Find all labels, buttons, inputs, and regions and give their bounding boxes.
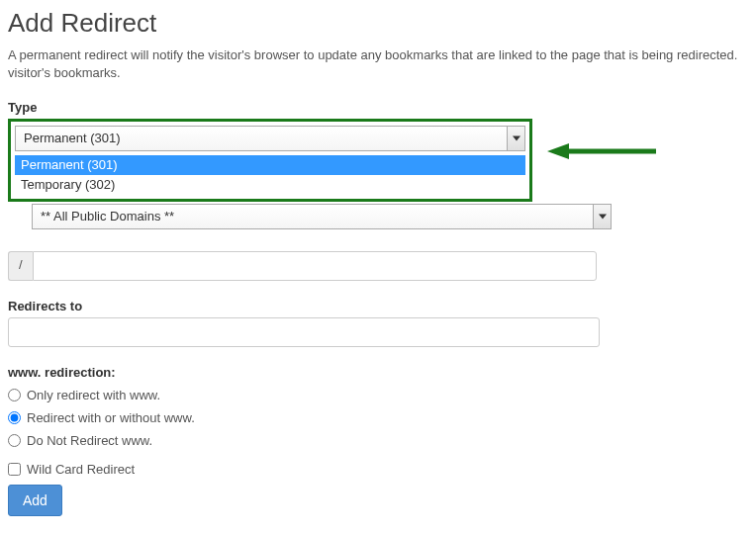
type-option-temporary[interactable]: Temporary (302) xyxy=(15,175,525,195)
wildcard-label: Wild Card Redirect xyxy=(27,462,135,477)
www-radio-none[interactable]: Do Not Redirect www. xyxy=(8,433,748,448)
add-button[interactable]: Add xyxy=(8,485,62,516)
svg-marker-3 xyxy=(599,215,607,220)
www-redirection-label: www. redirection: xyxy=(8,365,748,380)
type-select[interactable]: Permanent (301) xyxy=(15,126,525,151)
chevron-down-icon xyxy=(593,205,611,228)
www-radio-only[interactable]: Only redirect with www. xyxy=(8,388,748,402)
path-prefix: / xyxy=(8,251,33,281)
path-input[interactable] xyxy=(33,251,597,281)
www-radio-both[interactable]: Redirect with or without www. xyxy=(8,410,748,425)
wildcard-checkbox[interactable] xyxy=(8,463,21,476)
type-select-value: Permanent (301) xyxy=(24,131,121,145)
redirects-to-label: Redirects to xyxy=(8,299,748,313)
domain-select-value: ** All Public Domains ** xyxy=(41,209,174,223)
type-label: Type xyxy=(8,100,748,115)
radio-label: Do Not Redirect www. xyxy=(27,433,152,448)
radio-input[interactable] xyxy=(8,434,21,447)
svg-marker-0 xyxy=(513,136,520,141)
type-option-permanent[interactable]: Permanent (301) xyxy=(15,155,525,175)
redirects-to-input[interactable] xyxy=(8,317,600,347)
arrow-left-icon xyxy=(547,141,656,161)
path-row: / xyxy=(8,251,748,281)
radio-input[interactable] xyxy=(8,389,21,401)
radio-label: Only redirect with www. xyxy=(27,388,160,402)
page-title: Add Redirect xyxy=(8,8,748,39)
type-dropdown-highlight: Permanent (301) Permanent (301) Temporar… xyxy=(8,119,532,202)
radio-label: Redirect with or without www. xyxy=(27,410,195,425)
radio-input[interactable] xyxy=(8,411,21,424)
page-description: A permanent redirect will notify the vis… xyxy=(8,46,748,82)
chevron-down-icon xyxy=(507,127,524,150)
domain-select[interactable]: ** All Public Domains ** xyxy=(32,204,612,229)
www-radio-group: Only redirect with www. Redirect with or… xyxy=(8,388,748,448)
wildcard-checkbox-row[interactable]: Wild Card Redirect xyxy=(8,462,748,477)
svg-marker-2 xyxy=(547,143,569,159)
type-dropdown-list: Permanent (301) Temporary (302) xyxy=(15,155,525,195)
